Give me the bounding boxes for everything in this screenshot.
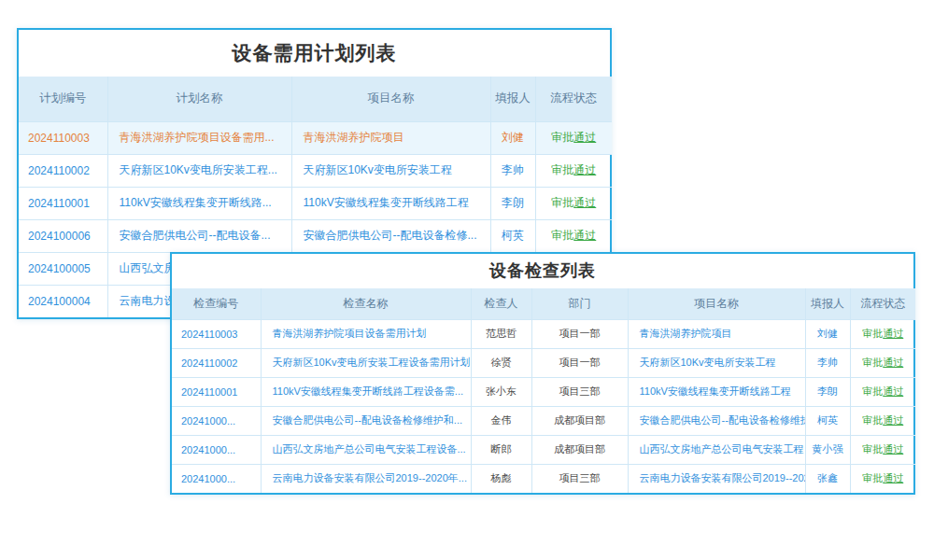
plan-name-cell[interactable]: 天府新区10Kv变电所安装工程...	[107, 154, 291, 187]
project-name-cell[interactable]: 天府新区10Kv变电所安装工程	[628, 348, 805, 377]
check-table-row[interactable]: 20241000...山西弘文房地产总公司电气安装工程设备...断郎成都项目部山…	[172, 435, 915, 464]
status-text: 审批	[862, 357, 883, 368]
check-table: 检查编号检查名称检查人部门项目名称填报人流程状态 2024110003青海洪湖养…	[172, 288, 915, 493]
plan-no-cell[interactable]: 2024110001	[19, 187, 107, 219]
plan-no-header: 计划编号	[19, 77, 107, 121]
plan-table-row[interactable]: 2024110001110kV安徽线程集变开断线路...110kV安徽线程集变开…	[19, 187, 612, 219]
reporter-cell[interactable]: 刘健	[490, 121, 535, 154]
flow-status-cell: 审批通过	[850, 435, 915, 464]
status-approved-link[interactable]: 通过	[573, 131, 596, 144]
project-name-cell[interactable]: 天府新区10Kv变电所安装工程	[291, 154, 490, 187]
inspector-cell: 杨彪	[471, 464, 531, 493]
inspector-cell: 徐贤	[471, 348, 531, 377]
status-approved-link[interactable]: 通过	[883, 472, 903, 483]
project-name-cell[interactable]: 安徽合肥供电公司--配电设备检修维护...	[628, 406, 805, 435]
flow-status-cell: 审批通过	[850, 464, 915, 493]
status-text: 审批	[862, 472, 883, 483]
status-text: 审批	[551, 196, 573, 209]
check-name-cell[interactable]: 天府新区10Kv变电所安装工程设备需用计划	[261, 348, 471, 377]
department-cell: 项目三部	[531, 464, 628, 493]
check-name-cell[interactable]: 青海洪湖养护院项目设备需用计划	[261, 319, 471, 348]
check-no-cell[interactable]: 2024110002	[172, 348, 261, 377]
reporter-header: 填报人	[805, 288, 850, 319]
check-table-row[interactable]: 20241000...安徽合肥供电公司--配电设备检修维护和...金伟成都项目部…	[172, 406, 915, 435]
inspector-cell: 金伟	[471, 406, 531, 435]
check-name-header: 检查名称	[261, 288, 471, 319]
plan-table-header-row: 计划编号计划名称项目名称填报人流程状态	[19, 77, 612, 121]
inspector-cell: 张小东	[471, 377, 531, 406]
flow-status-cell: 审批通过	[535, 187, 612, 219]
reporter-cell[interactable]: 李帅	[490, 154, 535, 187]
department-cell: 成都项目部	[531, 406, 628, 435]
status-approved-link[interactable]: 通过	[883, 443, 903, 455]
status-text: 审批	[862, 385, 883, 397]
plan-table-row[interactable]: 2024100006安徽合肥供电公司--配电设备...安徽合肥供电公司--配电设…	[19, 219, 612, 252]
reporter-cell[interactable]: 黄小强	[805, 435, 850, 464]
check-table-row[interactable]: 2024110003青海洪湖养护院项目设备需用计划范思哲项目一部青海洪湖养护院项…	[172, 319, 915, 348]
status-approved-link[interactable]: 通过	[573, 196, 596, 209]
check-no-cell[interactable]: 20241000...	[172, 464, 261, 493]
check-no-cell[interactable]: 2024110003	[172, 319, 261, 348]
project-name-cell[interactable]: 青海洪湖养护院项目	[628, 319, 805, 348]
status-approved-link[interactable]: 通过	[883, 414, 903, 426]
project-name-cell[interactable]: 青海洪湖养护院项目	[291, 121, 490, 154]
check-table-row[interactable]: 2024110001110kV安徽线程集变开断线路工程设备需...张小东项目三部…	[172, 377, 915, 406]
flow-status-cell: 审批通过	[850, 406, 915, 435]
check-name-cell[interactable]: 山西弘文房地产总公司电气安装工程设备...	[261, 435, 471, 464]
inspector-header: 检查人	[471, 288, 531, 319]
project-name-cell[interactable]: 110kV安徽线程集变开断线路工程	[628, 377, 805, 406]
project-name-header: 项目名称	[628, 288, 805, 319]
plan-no-cell[interactable]: 2024100004	[19, 285, 107, 317]
project-name-cell[interactable]: 云南电力设备安装有限公司2019--202...	[628, 464, 805, 493]
reporter-cell[interactable]: 李朗	[490, 187, 535, 219]
plan-table-row[interactable]: 2024110002天府新区10Kv变电所安装工程...天府新区10Kv变电所安…	[19, 154, 612, 187]
status-approved-link[interactable]: 通过	[883, 385, 903, 397]
project-name-cell[interactable]: 安徽合肥供电公司--配电设备检修...	[291, 219, 490, 252]
check-table-body: 2024110003青海洪湖养护院项目设备需用计划范思哲项目一部青海洪湖养护院项…	[172, 319, 915, 493]
check-no-cell[interactable]: 20241000...	[172, 406, 261, 435]
project-name-cell[interactable]: 110kV安徽线程集变开断线路工程	[291, 187, 490, 219]
plan-table-row[interactable]: 2024110003青海洪湖养护院项目设备需用...青海洪湖养护院项目刘健审批通…	[19, 121, 612, 154]
check-name-cell[interactable]: 安徽合肥供电公司--配电设备检修维护和...	[261, 406, 471, 435]
reporter-cell[interactable]: 李帅	[805, 348, 850, 377]
check-name-cell[interactable]: 110kV安徽线程集变开断线路工程设备需...	[261, 377, 471, 406]
plan-name-cell[interactable]: 青海洪湖养护院项目设备需用...	[107, 121, 291, 154]
check-table-row[interactable]: 20241000...云南电力设备安装有限公司2019--2020年...杨彪项…	[172, 464, 915, 493]
flow-status-cell: 审批通过	[535, 219, 612, 252]
project-name-cell[interactable]: 山西弘文房地产总公司电气安装工程	[628, 435, 805, 464]
status-approved-link[interactable]: 通过	[573, 163, 596, 176]
flow-status-header: 流程状态	[850, 288, 915, 319]
plan-no-cell[interactable]: 2024100005	[19, 252, 107, 285]
department-cell: 项目一部	[531, 319, 628, 348]
status-approved-link[interactable]: 通过	[883, 357, 903, 368]
check-no-cell[interactable]: 2024110001	[172, 377, 261, 406]
status-approved-link[interactable]: 通过	[573, 229, 596, 242]
inspector-cell: 范思哲	[471, 319, 531, 348]
status-approved-link[interactable]: 通过	[883, 328, 903, 339]
check-name-cell[interactable]: 云南电力设备安装有限公司2019--2020年...	[261, 464, 471, 493]
plan-name-cell[interactable]: 110kV安徽线程集变开断线路...	[107, 187, 291, 219]
reporter-cell[interactable]: 柯英	[805, 406, 850, 435]
plan-list-title: 设备需用计划列表	[19, 30, 610, 77]
flow-status-cell: 审批通过	[535, 154, 612, 187]
flow-status-cell: 审批通过	[535, 121, 612, 154]
plan-name-cell[interactable]: 安徽合肥供电公司--配电设备...	[107, 219, 291, 252]
flow-status-header: 流程状态	[535, 77, 612, 121]
check-table-row[interactable]: 2024110002天府新区10Kv变电所安装工程设备需用计划徐贤项目一部天府新…	[172, 348, 915, 377]
department-cell: 项目一部	[531, 348, 628, 377]
check-no-cell[interactable]: 20241000...	[172, 435, 261, 464]
check-table-header-row: 检查编号检查名称检查人部门项目名称填报人流程状态	[172, 288, 915, 319]
reporter-cell[interactable]: 柯英	[490, 219, 535, 252]
reporter-cell[interactable]: 刘健	[805, 319, 850, 348]
status-text: 审批	[551, 229, 573, 242]
flow-status-cell: 审批通过	[850, 319, 915, 348]
reporter-cell[interactable]: 李朗	[805, 377, 850, 406]
department-cell: 成都项目部	[531, 435, 628, 464]
plan-no-cell[interactable]: 2024100006	[19, 219, 107, 252]
reporter-cell[interactable]: 张鑫	[805, 464, 850, 493]
status-text: 审批	[551, 163, 573, 176]
status-text: 审批	[862, 328, 883, 339]
plan-no-cell[interactable]: 2024110002	[19, 154, 107, 187]
plan-no-cell[interactable]: 2024110003	[19, 121, 107, 154]
check-list-title: 设备检查列表	[172, 254, 913, 288]
